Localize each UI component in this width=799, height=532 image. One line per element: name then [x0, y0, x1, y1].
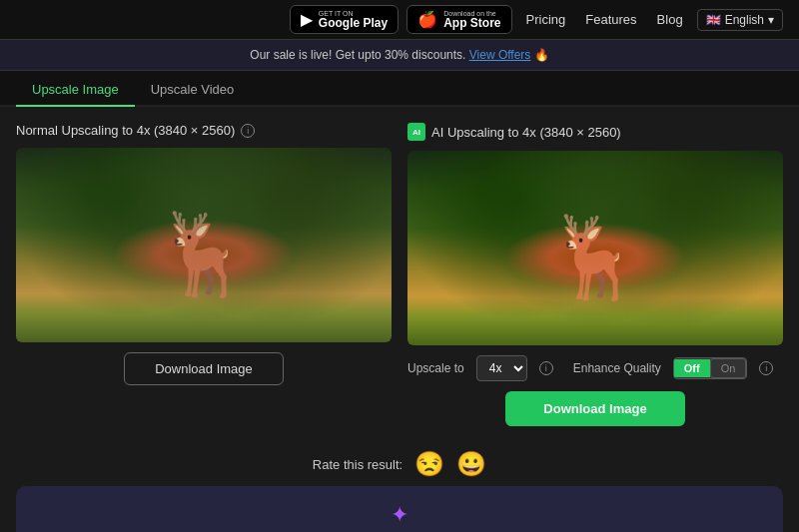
language-label: English — [725, 13, 764, 27]
view-offers-link[interactable]: View Offers — [469, 48, 531, 62]
toggle-on-option[interactable]: On — [710, 358, 747, 378]
sale-text: Our sale is live! Get upto 30% discounts… — [250, 48, 465, 62]
google-play-icon: ▶ — [301, 10, 313, 29]
info-icon-normal[interactable]: i — [241, 124, 255, 138]
pricing-link[interactable]: Pricing — [520, 12, 572, 27]
main-content: Normal Upscaling to 4x (3840 × 2560) i D… — [0, 107, 799, 442]
header: ▶ GET IT ON Google Play 🍎 Download on th… — [0, 0, 799, 40]
app-store-button[interactable]: 🍎 Download on the App Store — [406, 5, 511, 34]
upscale-select[interactable]: 4x 1x 2x — [476, 355, 527, 381]
bulk-upscale-section: ✦ Want to Upscale Images in bulk? — [16, 486, 783, 532]
blog-link[interactable]: Blog — [651, 12, 689, 27]
flag-icon: 🇬🇧 — [706, 13, 721, 27]
google-play-button[interactable]: ▶ GET IT ON Google Play — [290, 5, 399, 34]
rating-label: Rate this result: — [313, 457, 402, 472]
tab-upscale-video[interactable]: Upscale Video — [135, 74, 251, 107]
info-icon-upscale[interactable]: i — [539, 361, 553, 375]
controls-row: Upscale to 4x 1x 2x i Enhance Quality Of… — [407, 355, 783, 381]
normal-upscale-panel: Normal Upscaling to 4x (3840 × 2560) i D… — [16, 123, 392, 426]
happy-rating-button[interactable]: 😀 — [456, 450, 486, 478]
enhance-toggle[interactable]: Off On — [673, 357, 748, 379]
ai-deer-image — [407, 151, 783, 345]
ai-badge-icon: AI — [407, 123, 425, 141]
chevron-down-icon: ▾ — [768, 13, 774, 27]
toggle-off-option[interactable]: Off — [674, 359, 710, 377]
tab-bar: Upscale Image Upscale Video — [0, 71, 799, 107]
normal-image-box — [16, 148, 392, 342]
ai-image-box — [407, 151, 783, 345]
app-store-label: App Store — [443, 17, 500, 29]
ai-upscale-panel: AI AI Upscaling to 4x (3840 × 2560) Upsc… — [407, 123, 783, 426]
bulk-icon: ✦ — [391, 502, 408, 528]
sad-rating-button[interactable]: 😒 — [414, 450, 444, 478]
normal-deer-image — [16, 148, 392, 342]
apple-icon: 🍎 — [417, 10, 437, 29]
info-icon-enhance[interactable]: i — [759, 361, 773, 375]
tab-upscale-image[interactable]: Upscale Image — [16, 74, 135, 107]
ai-upscale-title: AI AI Upscaling to 4x (3840 × 2560) — [407, 123, 783, 141]
google-play-label: Google Play — [319, 17, 388, 29]
rating-row: Rate this result: 😒 😀 — [0, 450, 799, 478]
normal-upscale-title: Normal Upscaling to 4x (3840 × 2560) i — [16, 123, 392, 138]
download-normal-button[interactable]: Download Image — [124, 352, 284, 385]
upscale-to-label: Upscale to — [407, 361, 464, 375]
enhance-quality-label: Enhance Quality — [573, 361, 661, 375]
download-ai-button[interactable]: Download Image — [505, 391, 685, 426]
sale-banner: Our sale is live! Get upto 30% discounts… — [0, 40, 799, 71]
fire-emoji: 🔥 — [534, 48, 549, 62]
features-link[interactable]: Features — [579, 12, 642, 27]
language-button[interactable]: 🇬🇧 English ▾ — [697, 9, 783, 31]
